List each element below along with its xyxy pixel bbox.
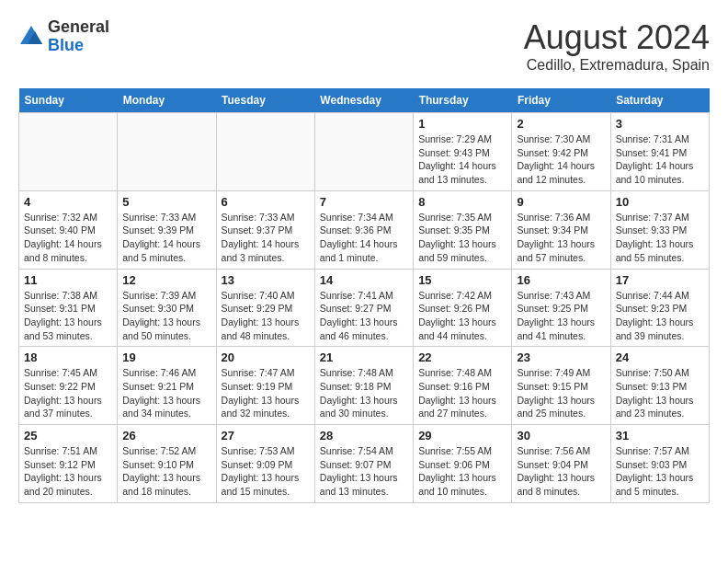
logo: General Blue bbox=[18, 18, 109, 55]
day-number: 14 bbox=[320, 273, 408, 287]
day-info: Sunrise: 7:40 AMSunset: 9:29 PMDaylight:… bbox=[222, 289, 310, 343]
day-number: 8 bbox=[418, 195, 506, 209]
calendar-cell: 1Sunrise: 7:29 AMSunset: 9:43 PMDaylight… bbox=[414, 113, 512, 191]
day-info: Sunrise: 7:47 AMSunset: 9:19 PMDaylight:… bbox=[222, 366, 310, 420]
calendar-cell: 19Sunrise: 7:46 AMSunset: 9:21 PMDayligh… bbox=[118, 347, 216, 425]
day-number: 2 bbox=[517, 117, 605, 131]
day-number: 16 bbox=[517, 273, 605, 287]
title-block: August 2024 Cedillo, Extremadura, Spain bbox=[524, 18, 710, 74]
calendar-cell: 18Sunrise: 7:45 AMSunset: 9:22 PMDayligh… bbox=[19, 347, 118, 425]
calendar-cell bbox=[314, 113, 413, 191]
day-number: 1 bbox=[418, 117, 506, 131]
calendar-cell: 10Sunrise: 7:37 AMSunset: 9:33 PMDayligh… bbox=[610, 190, 709, 269]
day-info: Sunrise: 7:49 AMSunset: 9:15 PMDaylight:… bbox=[517, 366, 605, 420]
calendar-cell: 4Sunrise: 7:32 AMSunset: 9:40 PMDaylight… bbox=[19, 190, 118, 269]
calendar-cell: 23Sunrise: 7:49 AMSunset: 9:15 PMDayligh… bbox=[512, 347, 610, 425]
day-info: Sunrise: 7:54 AMSunset: 9:07 PMDaylight:… bbox=[320, 444, 408, 499]
calendar-cell bbox=[216, 113, 314, 191]
calendar-cell: 16Sunrise: 7:43 AMSunset: 9:25 PMDayligh… bbox=[512, 269, 610, 347]
day-info: Sunrise: 7:55 AMSunset: 9:06 PMDaylight:… bbox=[418, 444, 506, 499]
day-number: 28 bbox=[320, 429, 408, 442]
day-info: Sunrise: 7:44 AMSunset: 9:23 PMDaylight:… bbox=[616, 289, 704, 343]
logo-general: General bbox=[48, 17, 109, 36]
calendar-cell: 14Sunrise: 7:41 AMSunset: 9:27 PMDayligh… bbox=[314, 269, 413, 347]
day-number: 29 bbox=[418, 429, 506, 442]
day-info: Sunrise: 7:52 AMSunset: 9:10 PMDaylight:… bbox=[122, 444, 210, 499]
week-row: 4Sunrise: 7:32 AMSunset: 9:40 PMDaylight… bbox=[19, 190, 710, 269]
weekday-header: Tuesday bbox=[216, 88, 314, 113]
calendar-cell: 27Sunrise: 7:53 AMSunset: 9:09 PMDayligh… bbox=[216, 425, 314, 503]
day-info: Sunrise: 7:29 AMSunset: 9:43 PMDaylight:… bbox=[418, 132, 506, 187]
calendar-cell bbox=[118, 113, 216, 191]
logo-blue: Blue bbox=[48, 36, 84, 54]
day-info: Sunrise: 7:51 AMSunset: 9:12 PMDaylight:… bbox=[24, 444, 112, 499]
calendar-cell: 2Sunrise: 7:30 AMSunset: 9:42 PMDaylight… bbox=[512, 113, 610, 191]
day-info: Sunrise: 7:30 AMSunset: 9:42 PMDaylight:… bbox=[517, 132, 605, 187]
weekday-header: Wednesday bbox=[314, 88, 413, 113]
day-info: Sunrise: 7:31 AMSunset: 9:41 PMDaylight:… bbox=[616, 132, 704, 187]
week-row: 1Sunrise: 7:29 AMSunset: 9:43 PMDaylight… bbox=[19, 113, 710, 191]
calendar-cell: 6Sunrise: 7:33 AMSunset: 9:37 PMDaylight… bbox=[216, 190, 314, 269]
calendar-cell: 31Sunrise: 7:57 AMSunset: 9:03 PMDayligh… bbox=[610, 425, 709, 503]
calendar-cell: 29Sunrise: 7:55 AMSunset: 9:06 PMDayligh… bbox=[414, 425, 512, 503]
day-info: Sunrise: 7:57 AMSunset: 9:03 PMDaylight:… bbox=[616, 444, 704, 499]
day-info: Sunrise: 7:38 AMSunset: 9:31 PMDaylight:… bbox=[24, 289, 112, 343]
day-number: 15 bbox=[418, 273, 506, 287]
logo-icon bbox=[18, 24, 44, 50]
day-number: 20 bbox=[222, 350, 310, 364]
weekday-header: Thursday bbox=[414, 88, 512, 113]
day-number: 18 bbox=[24, 350, 112, 364]
day-number: 27 bbox=[222, 429, 310, 442]
calendar-cell: 22Sunrise: 7:48 AMSunset: 9:16 PMDayligh… bbox=[414, 347, 512, 425]
day-number: 7 bbox=[320, 195, 408, 209]
day-number: 5 bbox=[122, 195, 210, 209]
calendar-cell: 26Sunrise: 7:52 AMSunset: 9:10 PMDayligh… bbox=[118, 425, 216, 503]
calendar-cell: 9Sunrise: 7:36 AMSunset: 9:34 PMDaylight… bbox=[512, 190, 610, 269]
day-info: Sunrise: 7:48 AMSunset: 9:16 PMDaylight:… bbox=[418, 366, 506, 420]
week-row: 25Sunrise: 7:51 AMSunset: 9:12 PMDayligh… bbox=[19, 425, 710, 503]
day-info: Sunrise: 7:41 AMSunset: 9:27 PMDaylight:… bbox=[320, 289, 408, 343]
location: Cedillo, Extremadura, Spain bbox=[524, 57, 710, 74]
calendar-cell: 8Sunrise: 7:35 AMSunset: 9:35 PMDaylight… bbox=[414, 190, 512, 269]
day-number: 6 bbox=[222, 195, 310, 209]
day-number: 10 bbox=[616, 195, 704, 209]
logo-text: General Blue bbox=[48, 18, 109, 55]
day-info: Sunrise: 7:56 AMSunset: 9:04 PMDaylight:… bbox=[517, 444, 605, 499]
calendar-cell: 24Sunrise: 7:50 AMSunset: 9:13 PMDayligh… bbox=[610, 347, 709, 425]
weekday-header: Friday bbox=[512, 88, 610, 113]
day-number: 9 bbox=[517, 195, 605, 209]
calendar-cell: 12Sunrise: 7:39 AMSunset: 9:30 PMDayligh… bbox=[118, 269, 216, 347]
calendar-cell: 20Sunrise: 7:47 AMSunset: 9:19 PMDayligh… bbox=[216, 347, 314, 425]
calendar-cell: 21Sunrise: 7:48 AMSunset: 9:18 PMDayligh… bbox=[314, 347, 413, 425]
calendar-cell: 11Sunrise: 7:38 AMSunset: 9:31 PMDayligh… bbox=[19, 269, 118, 347]
weekday-header: Sunday bbox=[19, 88, 118, 113]
day-number: 24 bbox=[616, 350, 704, 364]
day-info: Sunrise: 7:43 AMSunset: 9:25 PMDaylight:… bbox=[517, 289, 605, 343]
day-info: Sunrise: 7:45 AMSunset: 9:22 PMDaylight:… bbox=[24, 366, 112, 420]
day-info: Sunrise: 7:32 AMSunset: 9:40 PMDaylight:… bbox=[24, 211, 112, 265]
calendar-cell: 25Sunrise: 7:51 AMSunset: 9:12 PMDayligh… bbox=[19, 425, 118, 503]
day-info: Sunrise: 7:33 AMSunset: 9:37 PMDaylight:… bbox=[222, 211, 310, 265]
day-number: 23 bbox=[517, 350, 605, 364]
weekday-header: Monday bbox=[118, 88, 216, 113]
day-info: Sunrise: 7:33 AMSunset: 9:39 PMDaylight:… bbox=[122, 211, 210, 265]
day-number: 21 bbox=[320, 350, 408, 364]
page-header: General Blue August 2024 Cedillo, Extrem… bbox=[18, 18, 710, 74]
weekday-header-row: SundayMondayTuesdayWednesdayThursdayFrid… bbox=[19, 88, 710, 113]
day-number: 19 bbox=[122, 350, 210, 364]
day-info: Sunrise: 7:34 AMSunset: 9:36 PMDaylight:… bbox=[320, 211, 408, 265]
calendar-cell: 13Sunrise: 7:40 AMSunset: 9:29 PMDayligh… bbox=[216, 269, 314, 347]
month-year: August 2024 bbox=[524, 18, 710, 57]
calendar-cell bbox=[19, 113, 118, 191]
calendar-cell: 5Sunrise: 7:33 AMSunset: 9:39 PMDaylight… bbox=[118, 190, 216, 269]
day-number: 4 bbox=[24, 195, 112, 209]
day-info: Sunrise: 7:36 AMSunset: 9:34 PMDaylight:… bbox=[517, 211, 605, 265]
day-info: Sunrise: 7:39 AMSunset: 9:30 PMDaylight:… bbox=[122, 289, 210, 343]
day-number: 13 bbox=[222, 273, 310, 287]
weekday-header: Saturday bbox=[610, 88, 709, 113]
calendar-cell: 15Sunrise: 7:42 AMSunset: 9:26 PMDayligh… bbox=[414, 269, 512, 347]
day-number: 31 bbox=[616, 429, 704, 442]
day-info: Sunrise: 7:50 AMSunset: 9:13 PMDaylight:… bbox=[616, 366, 704, 420]
calendar-cell: 3Sunrise: 7:31 AMSunset: 9:41 PMDaylight… bbox=[610, 113, 709, 191]
day-info: Sunrise: 7:46 AMSunset: 9:21 PMDaylight:… bbox=[122, 366, 210, 420]
